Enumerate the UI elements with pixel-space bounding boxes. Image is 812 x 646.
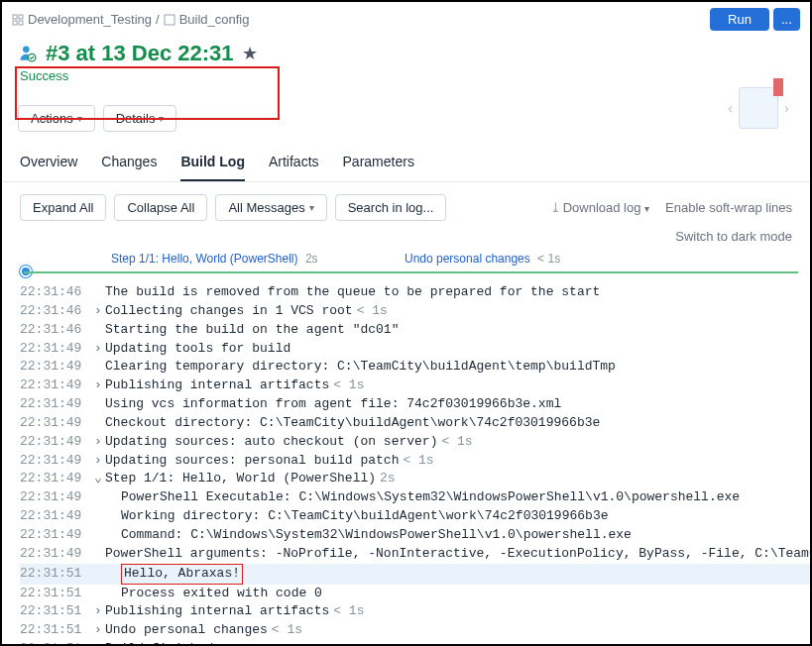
log-message: Checkout directory: C:\TeamCity\buildAge… xyxy=(105,414,600,433)
svg-rect-3 xyxy=(19,21,23,25)
log-timestamp: 22:31:46 xyxy=(20,283,91,302)
timeline-track[interactable] xyxy=(24,271,798,273)
tab-changes[interactable]: Changes xyxy=(101,154,157,181)
log-message: The build is removed from the queue to b… xyxy=(105,283,600,302)
search-in-log-button[interactable]: Search in log... xyxy=(335,194,447,221)
log-line[interactable]: 22:31:51Hello, Abraxas! xyxy=(20,564,810,585)
all-messages-button[interactable]: All Messages▾ xyxy=(215,194,326,221)
breadcrumb-config[interactable]: Build_config xyxy=(179,12,250,27)
thumbnail-marker xyxy=(773,78,783,96)
log-line[interactable]: 22:31:46Starting the build on the agent … xyxy=(20,321,810,340)
log-message: Updating tools for build xyxy=(105,340,290,359)
tab-overview[interactable]: Overview xyxy=(20,154,77,181)
log-message: PowerShell Executable: C:\Windows\System… xyxy=(121,488,740,507)
timeline-undo-label[interactable]: Undo personal changes < 1s xyxy=(405,252,560,266)
log-timestamp: 22:31:49 xyxy=(20,526,91,545)
build-timeline[interactable]: Step 1/1: Hello, World (PowerShell) 2s U… xyxy=(14,252,798,277)
log-timestamp: 22:31:49 xyxy=(20,340,91,359)
log-message: Build finished xyxy=(105,640,213,646)
log-line[interactable]: 22:31:49›Updating tools for build xyxy=(20,340,810,359)
breadcrumb: Development_Testing / Build_config xyxy=(12,8,249,31)
download-log-link[interactable]: ⤓Download log ▾ xyxy=(550,200,649,215)
log-timestamp: 22:31:46 xyxy=(20,302,91,321)
config-icon xyxy=(164,14,175,26)
log-message: Undo personal changes xyxy=(105,621,268,640)
run-button[interactable]: Run xyxy=(710,8,769,31)
favorite-star-icon[interactable]: ★ xyxy=(242,43,258,64)
log-timestamp: 22:31:49 xyxy=(20,433,91,452)
breadcrumb-project[interactable]: Development_Testing xyxy=(28,12,152,27)
log-message: Updating sources: auto checkout (on serv… xyxy=(105,433,437,452)
log-line[interactable]: 22:31:49Working directory: C:\TeamCity\b… xyxy=(20,507,810,526)
log-duration: < 1s xyxy=(333,377,364,395)
actions-button[interactable]: Actions▾ xyxy=(18,105,95,132)
log-timestamp: 22:31:49 xyxy=(20,395,91,414)
expand-icon[interactable]: › xyxy=(91,621,105,640)
log-message: Publishing internal artifacts xyxy=(105,602,329,621)
details-button[interactable]: Details▾ xyxy=(103,105,177,132)
tab-build-log[interactable]: Build Log xyxy=(180,154,245,181)
collapse-icon[interactable]: ⌄ xyxy=(91,470,105,488)
log-line[interactable]: 22:31:46The build is removed from the qu… xyxy=(20,283,810,302)
log-duration: < 1s xyxy=(441,433,472,452)
expand-icon[interactable]: › xyxy=(91,433,105,452)
build-title: #3 at 13 Dec 22:31 xyxy=(46,41,234,66)
build-thumbnail-nav: ‹ › xyxy=(719,78,798,138)
expand-icon[interactable]: › xyxy=(91,452,105,471)
log-line[interactable]: 22:31:49PowerShell Executable: C:\Window… xyxy=(20,488,810,507)
log-line[interactable]: 22:31:51›Undo personal changes< 1s xyxy=(20,621,810,640)
log-line[interactable]: 22:31:49⌄Step 1/1: Hello, World (PowerSh… xyxy=(20,470,810,488)
log-message: Starting the build on the agent "dc01" xyxy=(105,321,399,340)
log-timestamp: 22:31:49 xyxy=(20,358,91,377)
dark-mode-link[interactable]: Switch to dark mode xyxy=(675,229,792,244)
timeline-step-label[interactable]: Step 1/1: Hello, World (PowerShell) 2s xyxy=(111,252,318,266)
log-line[interactable]: 22:31:49›Updating sources: personal buil… xyxy=(20,452,810,471)
log-timestamp: 22:31:49 xyxy=(20,507,91,526)
expand-icon[interactable]: › xyxy=(91,602,105,621)
tab-artifacts[interactable]: Artifacts xyxy=(269,154,319,181)
expand-all-button[interactable]: Expand All xyxy=(20,194,106,221)
grid-icon xyxy=(12,14,24,26)
tab-parameters[interactable]: Parameters xyxy=(343,154,414,181)
log-line[interactable]: 22:31:46›Collecting changes in 1 VCS roo… xyxy=(20,302,810,321)
log-timestamp: 22:31:51 xyxy=(20,585,91,603)
log-timestamp: 22:31:49 xyxy=(20,452,91,471)
log-duration: < 1s xyxy=(333,602,364,621)
expand-icon[interactable]: › xyxy=(91,302,105,321)
softwrap-link[interactable]: Enable soft-wrap lines xyxy=(665,200,792,215)
log-timestamp: 22:31:49 xyxy=(20,377,91,395)
log-duration: < 1s xyxy=(403,452,433,471)
log-line[interactable]: 22:31:49Command: C:\Windows\System32\Win… xyxy=(20,526,810,545)
expand-icon[interactable]: › xyxy=(91,377,105,395)
build-thumbnail[interactable] xyxy=(739,87,778,129)
log-line[interactable]: 22:31:49Using vcs information from agent… xyxy=(20,395,810,414)
log-line[interactable]: 22:31:49Clearing temporary directory: C:… xyxy=(20,358,810,377)
build-log: 22:31:46The build is removed from the qu… xyxy=(2,277,810,646)
log-line[interactable]: 22:31:49›Updating sources: auto checkout… xyxy=(20,433,810,452)
download-icon: ⤓ xyxy=(550,200,561,215)
svg-rect-0 xyxy=(13,15,17,19)
log-line[interactable]: 22:31:51Process exited with code 0 xyxy=(20,585,810,603)
log-line[interactable]: 22:31:49›Publishing internal artifacts< … xyxy=(20,377,810,395)
log-timestamp: 22:31:46 xyxy=(20,321,91,340)
log-line[interactable]: 22:31:49Checkout directory: C:\TeamCity\… xyxy=(20,414,810,433)
next-build-arrow[interactable]: › xyxy=(784,100,789,116)
log-duration: 2s xyxy=(380,470,396,488)
log-message: Command: C:\Windows\System32\WindowsPowe… xyxy=(121,526,632,545)
log-message: Step 1/1: Hello, World (PowerShell) xyxy=(105,470,376,488)
log-message: Working directory: C:\TeamCity\buildAgen… xyxy=(121,507,608,526)
expand-icon[interactable]: › xyxy=(91,340,105,359)
run-menu-button[interactable]: ... xyxy=(773,8,800,31)
highlight-output-box: Hello, Abraxas! xyxy=(121,564,243,585)
log-line[interactable]: 22:31:51Build finished xyxy=(20,640,810,646)
log-timestamp: 22:31:51 xyxy=(20,565,91,584)
log-message: Hello, Abraxas! xyxy=(121,564,243,585)
log-message: Using vcs information from agent file: 7… xyxy=(105,395,561,414)
log-timestamp: 22:31:49 xyxy=(20,545,91,564)
log-message: Publishing internal artifacts xyxy=(105,377,329,395)
collapse-all-button[interactable]: Collapse All xyxy=(114,194,207,221)
prev-build-arrow[interactable]: ‹ xyxy=(728,100,733,116)
log-timestamp: 22:31:49 xyxy=(20,488,91,507)
log-line[interactable]: 22:31:51›Publishing internal artifacts< … xyxy=(20,602,810,621)
log-line[interactable]: 22:31:49PowerShell arguments: -NoProfile… xyxy=(20,545,810,564)
